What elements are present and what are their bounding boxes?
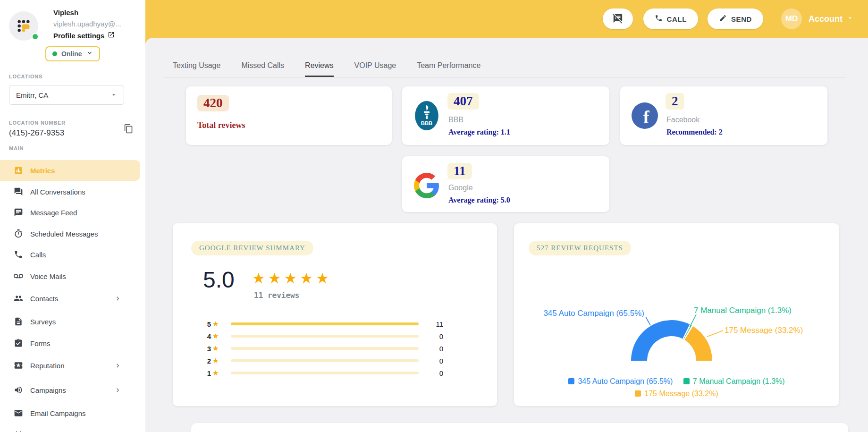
rating-row-2: 2★ 0: [205, 355, 443, 367]
profile-settings-link[interactable]: Profile settings: [53, 31, 115, 40]
green-dot-icon: [52, 51, 57, 56]
overall-score: 5.0: [203, 267, 235, 293]
rating-row-label: 3: [205, 345, 211, 353]
tabs-divider: [164, 77, 846, 78]
rating-row-1: 1★ 0: [205, 367, 443, 379]
sidebar-item-scheduler[interactable]: Scheduler: [0, 425, 140, 432]
google-count: 11: [447, 163, 472, 179]
star-icon: ★: [212, 369, 219, 377]
sidebar-item-label: Message Feed: [30, 209, 77, 217]
sidebar-item-surveys[interactable]: Surveys: [0, 311, 140, 332]
rating-row-label: 4: [205, 332, 211, 340]
location-number-label: LOCATION NUMBER: [9, 120, 66, 126]
sidebar-item-voice-mails[interactable]: Voice Mails: [0, 266, 140, 287]
facebook-count: 2: [666, 93, 684, 110]
sidebar-item-reputation[interactable]: Reputation: [0, 355, 140, 376]
location-select[interactable]: Emitrr, CA: [9, 85, 124, 105]
rating-row-4: 4★ 0: [205, 330, 443, 342]
sidebar-item-scheduled-messages[interactable]: Scheduled Messages: [0, 223, 140, 244]
legend-item-auto[interactable]: 345 Auto Campaign (65.5%): [568, 375, 673, 387]
google-logo: [413, 172, 440, 199]
sidebar: Viplesh viplesh.upadhyay@... Profile set…: [0, 0, 145, 432]
google-average-rating: Average rating: 5.0: [448, 196, 510, 204]
sidebar-item-label: Email Campaigns: [30, 409, 86, 417]
legend-row-2: 175 Message (33.2%): [514, 388, 839, 400]
star-icon: ★: [212, 332, 219, 340]
legend-swatch-message: [635, 390, 641, 397]
copy-icon[interactable]: [124, 124, 134, 136]
google-reviews-card: 11 Google Average rating: 5.0: [402, 156, 609, 212]
facebook-reviews-card: f 2 Facebook Recommended: 2: [620, 86, 827, 145]
rating-bar-track: [231, 347, 419, 350]
sidebar-item-forms[interactable]: Forms: [0, 333, 140, 354]
legend-swatch-manual: [683, 378, 690, 384]
facebook-provider-name: Facebook: [666, 116, 699, 124]
tab-missed-calls[interactable]: Missed Calls: [241, 61, 284, 77]
sidebar-item-calls[interactable]: Calls: [0, 244, 140, 265]
donut-segment-auto-campaign[interactable]: [631, 320, 690, 361]
location-number-value: (415)-267-9353: [9, 128, 64, 138]
review-requests-donut-chart: 345 Auto Campaign (65.5%) 7 Manual Campa…: [514, 289, 839, 372]
sidebar-item-label: Metrics: [30, 167, 55, 175]
online-status-dot: [32, 33, 39, 40]
legend-item-message[interactable]: 175 Message (33.2%): [635, 388, 718, 399]
total-reviews-card: 420 Total reviews: [186, 86, 392, 145]
chevron-down-icon: [846, 14, 854, 24]
call-button[interactable]: CALL: [643, 8, 698, 29]
user-avatar[interactable]: MD: [781, 8, 802, 29]
legend-label-manual: 7 Manual Campaign (1.3%): [693, 375, 785, 387]
timer-icon: [14, 229, 23, 238]
review-summary-title: GOOGLE REVIEW SUMMARY: [191, 241, 313, 255]
facebook-recommended: Recommended: 2: [666, 128, 723, 136]
message-icon: [14, 208, 23, 217]
avatar-initials: MD: [785, 14, 798, 24]
rating-row-count: 0: [431, 332, 443, 340]
rating-row-label: 2: [205, 357, 211, 365]
chart-label-manual: 7 Manual Campaign (1.3%): [694, 306, 792, 315]
google-review-summary-card: GOOGLE REVIEW SUMMARY 5.0 ★★★★★ 11 revie…: [173, 223, 497, 406]
document-icon: [14, 317, 23, 326]
tab-reviews[interactable]: Reviews: [305, 61, 333, 77]
profile-settings-label: Profile settings: [53, 32, 104, 40]
profile-avatar[interactable]: [9, 11, 38, 41]
sidebar-item-label: Forms: [30, 339, 51, 347]
donut-segment-message[interactable]: [684, 326, 712, 361]
legend-item-manual[interactable]: 7 Manual Campaign (1.3%): [683, 375, 785, 387]
status-dropdown[interactable]: Online: [45, 46, 100, 61]
review-requests-title: 527 REVIEW REQUESTS: [529, 241, 631, 255]
rating-row-3: 3★ 0: [205, 342, 443, 355]
metrics-tabs: Texting Usage Missed Calls Reviews VOIP …: [173, 61, 480, 77]
main-content: Texting Usage Missed Calls Reviews VOIP …: [145, 38, 868, 432]
tab-texting-usage[interactable]: Texting Usage: [173, 61, 220, 77]
rating-distribution: 5★ 11 4★ 0 3★ 0 2★ 0: [205, 318, 443, 379]
envelope-icon: [14, 408, 23, 418]
legend-label-message: 175 Message (33.2%): [644, 388, 718, 399]
tab-team-performance[interactable]: Team Performance: [417, 61, 480, 77]
chevron-right-icon: [114, 387, 121, 394]
chart-label-message: 175 Message (33.2%): [725, 326, 803, 335]
sidebar-item-campaigns[interactable]: Campaigns: [0, 380, 140, 400]
legend-row-1: 345 Auto Campaign (65.5%) 7 Manual Campa…: [514, 375, 839, 388]
sidebar-item-email-campaigns[interactable]: Email Campaigns: [0, 403, 140, 424]
account-label: Account: [809, 14, 843, 24]
bbb-count: 407: [447, 93, 479, 110]
total-reviews-label: Total reviews: [197, 120, 245, 130]
message-feed-off-button[interactable]: [603, 8, 633, 29]
send-button[interactable]: SEND: [708, 8, 763, 29]
reviews-count-label: 11 reviews: [254, 291, 299, 300]
bbb-average-rating: Average rating: 1.1: [448, 128, 510, 136]
sidebar-item-metrics[interactable]: Metrics: [0, 160, 140, 181]
bar-chart-icon: [14, 166, 23, 175]
sidebar-item-message-feed[interactable]: Message Feed: [0, 202, 140, 223]
send-button-label: SEND: [731, 15, 752, 23]
rating-row-count: 0: [431, 345, 443, 353]
sidebar-item-all-conversations[interactable]: All Conversations: [0, 181, 140, 202]
rating-bar-fill: [231, 322, 419, 325]
sidebar-item-contacts[interactable]: Contacts: [0, 288, 140, 309]
tab-voip-usage[interactable]: VOIP Usage: [354, 61, 396, 77]
account-menu[interactable]: Account: [809, 14, 854, 24]
main-section-label: MAIN: [9, 145, 24, 151]
megaphone-icon: [14, 385, 23, 395]
sidebar-item-label: Campaigns: [30, 386, 66, 394]
rating-bar-track: [231, 335, 419, 338]
